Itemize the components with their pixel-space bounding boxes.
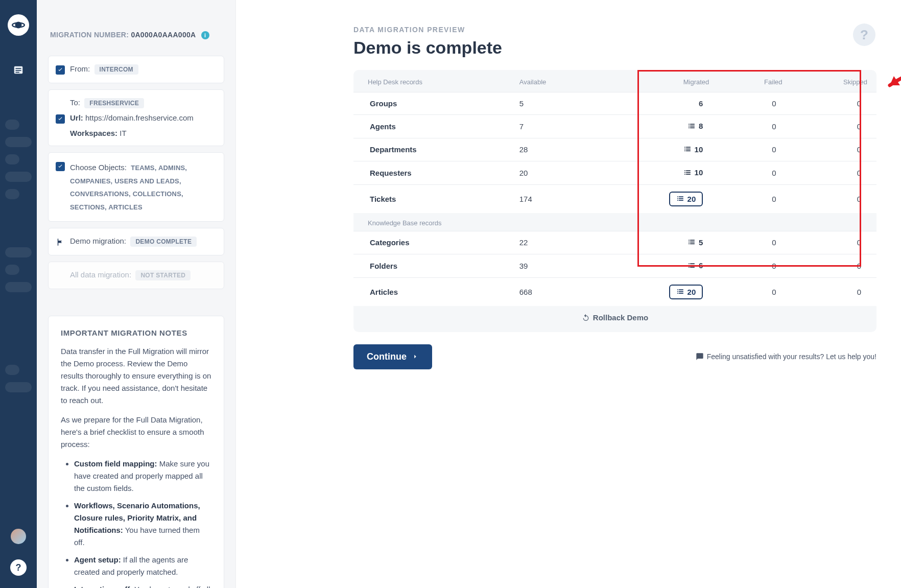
table-row: Departments281000 [353, 138, 876, 161]
svg-rect-31 [690, 240, 695, 241]
to-tag: FRESHSERVICE [84, 98, 144, 108]
help-icon[interactable]: ? [10, 559, 27, 576]
record-name: Departments [353, 138, 510, 161]
failed-count: 0 [718, 161, 791, 185]
sidebar-panel: MIGRATION NUMBER: 0A000A0AAA000A i From:… [37, 0, 236, 588]
preview-table-box: Help Desk records Available Migrated Fai… [353, 70, 876, 332]
svg-rect-45 [679, 291, 683, 292]
col-records: Help Desk records [353, 70, 510, 92]
page-title: Demo is complete [353, 38, 876, 58]
svg-rect-26 [677, 198, 678, 199]
table-row: Folders39600 [353, 254, 876, 278]
svg-rect-22 [684, 174, 685, 175]
notes-item: Agent setup: If all the agents are creat… [74, 554, 211, 578]
migrated-detail-button[interactable]: 20 [669, 192, 703, 206]
migrated-detail-button[interactable]: 20 [669, 285, 703, 299]
failed-count: 0 [718, 254, 791, 278]
svg-rect-18 [684, 170, 685, 171]
svg-rect-7 [690, 124, 695, 125]
brand-logo[interactable] [8, 14, 29, 36]
skipped-count: 0 [792, 277, 876, 306]
nav-rail: ? [0, 0, 37, 588]
available-count: 28 [510, 138, 601, 161]
svg-rect-37 [690, 263, 695, 264]
available-count: 5 [510, 92, 601, 115]
notes-paragraph: Data transfer in the Full Migration will… [61, 345, 211, 407]
failed-count: 0 [718, 115, 791, 138]
svg-rect-6 [689, 124, 690, 125]
svg-rect-10 [689, 127, 690, 128]
record-name: Categories [353, 231, 510, 254]
svg-rect-5 [16, 72, 19, 73]
skipped-count: 0 [792, 161, 876, 185]
main-content: ? DATA MIGRATION PREVIEW Demo is complet… [236, 0, 901, 588]
svg-rect-41 [690, 267, 695, 268]
svg-rect-19 [686, 170, 691, 171]
migrated-count[interactable]: 6 [687, 261, 703, 270]
svg-rect-23 [686, 174, 691, 175]
col-skipped: Skipped [792, 70, 876, 92]
svg-rect-38 [689, 265, 690, 266]
feedback-link[interactable]: Feeling unsatisfied with your results? L… [696, 352, 876, 361]
skipped-count: 0 [792, 231, 876, 254]
demo-status-tag: DEMO COMPLETE [130, 237, 197, 247]
continue-button[interactable]: Continue [353, 344, 432, 369]
svg-rect-16 [684, 150, 685, 151]
svg-rect-28 [677, 200, 678, 201]
table-row: Requesters201000 [353, 161, 876, 185]
svg-rect-46 [677, 293, 678, 294]
svg-rect-9 [690, 125, 695, 126]
svg-rect-20 [684, 172, 685, 173]
from-tag: INTERCOM [94, 64, 138, 75]
svg-rect-25 [679, 196, 683, 197]
demo-status-card: Demo migration: DEMO COMPLETE [48, 228, 224, 255]
migrated-count[interactable]: 8 [687, 122, 703, 130]
to-card: To: FRESHSERVICE Url: https://domain.fre… [48, 89, 224, 146]
svg-rect-32 [689, 242, 690, 243]
notes-card: IMPORTANT MIGRATION NOTES Data transfer … [48, 316, 224, 588]
svg-rect-11 [690, 127, 695, 128]
migrated-count[interactable]: 5 [687, 238, 703, 247]
skipped-count: 0 [792, 254, 876, 278]
all-status-tag: NOT STARTED [135, 270, 191, 280]
notes-item: Custom field mapping: Make sure you have… [74, 458, 211, 495]
skipped-count: 0 [792, 115, 876, 138]
svg-rect-36 [689, 263, 690, 264]
failed-count: 0 [718, 138, 791, 161]
objects-card: Choose Objects: TEAMS, ADMINS, COMPANIES… [48, 152, 224, 222]
notes-item: Integrations off: You have turned off al… [74, 583, 211, 588]
available-count: 174 [510, 184, 601, 213]
col-failed: Failed [718, 70, 791, 92]
table-row: Articles6682000 [353, 277, 876, 306]
skipped-count: 0 [792, 138, 876, 161]
list-icon[interactable] [10, 61, 27, 79]
info-icon[interactable]: i [201, 31, 209, 39]
svg-rect-34 [689, 243, 690, 244]
svg-rect-47 [679, 293, 683, 294]
svg-rect-8 [689, 125, 690, 126]
svg-rect-40 [689, 267, 690, 268]
migrated-count[interactable]: 10 [683, 145, 703, 154]
flag-icon [56, 238, 65, 247]
migrated-count: 6 [699, 99, 703, 108]
user-avatar[interactable] [11, 529, 26, 544]
svg-rect-33 [690, 242, 695, 243]
notes-item: Workflows, Scenario Automations, Closure… [74, 500, 211, 549]
migrated-count[interactable]: 10 [683, 168, 703, 177]
col-available: Available [510, 70, 601, 92]
check-icon [56, 114, 65, 124]
record-name: Agents [353, 115, 510, 138]
help-bubble-icon[interactable]: ? [853, 23, 875, 46]
svg-rect-27 [679, 198, 683, 199]
available-count: 7 [510, 115, 601, 138]
available-count: 22 [510, 231, 601, 254]
rollback-link[interactable]: Rollback Demo [353, 306, 876, 322]
svg-rect-44 [677, 291, 678, 292]
col-migrated: Migrated [601, 70, 718, 92]
notes-paragraph: As we prepare for the Full Data Migratio… [61, 414, 211, 451]
svg-rect-12 [684, 147, 685, 148]
record-name: Requesters [353, 161, 510, 185]
failed-count: 0 [718, 231, 791, 254]
table-row: Tickets1742000 [353, 184, 876, 213]
notes-heading: IMPORTANT MIGRATION NOTES [61, 328, 211, 337]
